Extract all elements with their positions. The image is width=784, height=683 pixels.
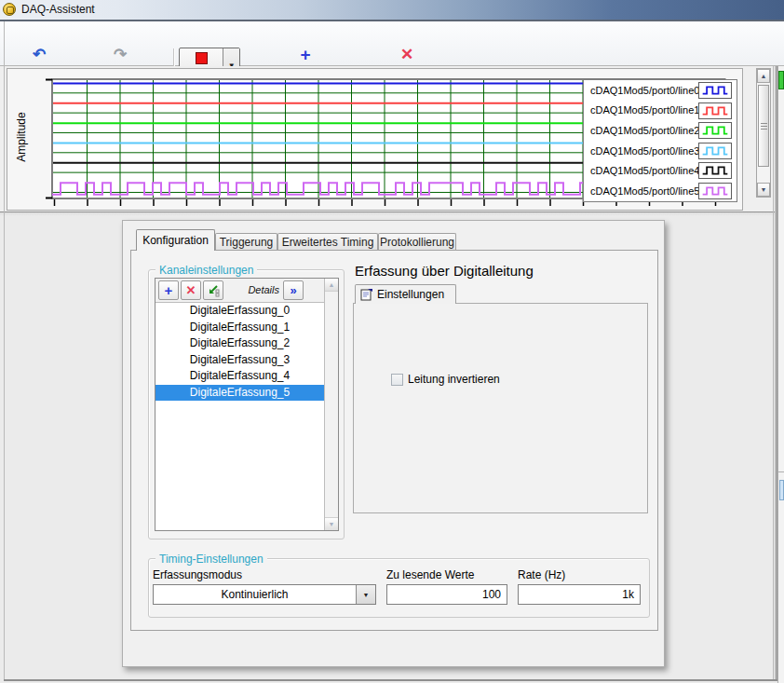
list-item-digitaleerfassung_1[interactable]: DigitaleErfassung_1 xyxy=(155,320,324,336)
daq-assistant-app-icon xyxy=(3,3,16,16)
legend-item[interactable]: cDAQ1Mod5/port0/line3 xyxy=(584,141,737,161)
legend-channel-name: cDAQ1Mod5/port0/line1 xyxy=(590,104,699,116)
scroll-down-button[interactable]: ▼ xyxy=(325,517,338,530)
legend-channel-name: cDAQ1Mod5/port0/line2 xyxy=(590,125,699,136)
configuration-panel: ProtokollierungErweitertes TimingTrigger… xyxy=(122,220,665,667)
scroll-up-button[interactable]: ▲ xyxy=(325,279,338,292)
change-physical-channel-icon xyxy=(207,284,220,297)
plus-icon: + xyxy=(165,282,173,298)
square-wave-icon xyxy=(698,102,732,119)
legend-channel-name: cDAQ1Mod5/port0/line4 xyxy=(590,165,699,176)
waveform-chart-section: Amplitude cDAQ1Mod5/port0/line0cDAQ1Mod5… xyxy=(0,66,778,212)
window-frame-left xyxy=(4,21,5,679)
configuration-section: ProtokollierungErweitertes TimingTrigger… xyxy=(0,216,778,679)
samples-to-read-label: Zu lesende Werte xyxy=(386,568,475,581)
background-window-sliver xyxy=(777,66,784,683)
legend-channel-name: cDAQ1Mod5/port0/line5 xyxy=(590,185,699,197)
channel-list-scrollbar[interactable]: ▲ ▼ xyxy=(324,279,338,530)
square-wave-icon xyxy=(698,162,732,179)
scroll-down-button[interactable]: ▼ xyxy=(757,183,770,197)
down-arrow-icon: ▼ xyxy=(329,521,335,527)
invert-line-label: Leitung invertieren xyxy=(408,373,500,386)
window-border-bottom xyxy=(4,679,777,681)
legend-item[interactable]: cDAQ1Mod5/port0/line5 xyxy=(584,181,737,201)
legend-item[interactable]: cDAQ1Mod5/port0/line1 xyxy=(584,101,737,121)
legend-item[interactable]: cDAQ1Mod5/port0/line4 xyxy=(584,160,737,181)
invert-line-checkbox[interactable] xyxy=(391,374,403,386)
window-frame-right xyxy=(773,66,774,679)
acquisition-mode-label: Erfassungsmodus xyxy=(153,568,242,581)
legend-channel-name: cDAQ1Mod5/port0/line3 xyxy=(590,145,699,157)
rate-value: 1k xyxy=(622,588,634,601)
settings-tab-label: Einstellungen xyxy=(377,288,444,301)
stop-icon xyxy=(196,52,208,64)
configuration-tab-page: Kanaleinstellungen + ✕ xyxy=(130,250,658,631)
details-expand-button[interactable]: » xyxy=(283,280,304,300)
delete-channel-button[interactable]: ✕ xyxy=(181,280,201,300)
undo-icon: ↶ xyxy=(33,47,46,63)
square-wave-icon xyxy=(698,143,732,159)
samples-to-read-value: 100 xyxy=(482,588,501,601)
chart-legend: cDAQ1Mod5/port0/line0cDAQ1Mod5/port0/lin… xyxy=(583,79,737,202)
background-run-button-fragment xyxy=(778,71,784,89)
settings-tab-page: Leitung invertieren xyxy=(353,303,648,513)
scrollbar-thumb[interactable] xyxy=(758,85,769,167)
list-item-digitaleerfassung_2[interactable]: DigitaleErfassung_2 xyxy=(155,335,324,352)
title-bar[interactable]: DAQ-Assistent xyxy=(0,0,784,20)
daq-assistant-window: DAQ-Assistent ↶ Rückgängig ↷ Wiederherst… xyxy=(0,0,784,683)
change-physical-channel-button[interactable] xyxy=(203,280,223,300)
chevron-down-icon: ▼ xyxy=(363,592,370,598)
redo-icon: ↷ xyxy=(114,47,127,63)
legend-item[interactable]: cDAQ1Mod5/port0/line0 xyxy=(584,80,737,101)
window-title: DAQ-Assistent xyxy=(21,0,95,20)
tab-protokollierung[interactable]: Protokollierung xyxy=(378,233,456,251)
scroll-up-button[interactable]: ▲ xyxy=(757,69,770,83)
list-item-digitaleerfassung_0[interactable]: DigitaleErfassung_0 xyxy=(155,303,324,320)
up-arrow-icon: ▲ xyxy=(329,281,335,288)
legend-item[interactable]: cDAQ1Mod5/port0/line2 xyxy=(584,120,737,141)
cross-icon: ✕ xyxy=(400,47,413,63)
tab-triggerung[interactable]: Triggerung xyxy=(215,233,277,251)
background-window-divider xyxy=(778,471,784,472)
chevrons-right-icon: » xyxy=(290,286,296,295)
legend-channel-name: cDAQ1Mod5/port0/line0 xyxy=(590,85,699,96)
acquisition-mode-combobox[interactable]: Kontinuierlich ▼ xyxy=(153,584,376,605)
channel-list-frame: + ✕ Details xyxy=(155,278,339,531)
list-item-digitaleerfassung_4[interactable]: DigitaleErfassung_4 xyxy=(155,368,324,385)
main-toolbar: ↶ Rückgängig ↷ Wiederherstellen Stopp ▼ … xyxy=(0,21,784,66)
details-label: Details xyxy=(248,284,279,295)
channel-list: DigitaleErfassung_0DigitaleErfassung_1Di… xyxy=(155,303,324,530)
timing-settings-group-label: Timing-Einstellungen xyxy=(155,553,267,566)
settings-tab[interactable]: Einstellungen xyxy=(355,284,456,304)
rate-input[interactable]: 1k xyxy=(518,584,641,605)
plus-icon: + xyxy=(300,47,310,63)
waveform-chart-panel: Amplitude cDAQ1Mod5/port0/line0cDAQ1Mod5… xyxy=(7,68,743,211)
acquisition-mode-value: Kontinuierlich xyxy=(154,585,356,604)
tab-konfiguration[interactable]: Konfiguration xyxy=(136,229,215,251)
list-item-digitaleerfassung_3[interactable]: DigitaleErfassung_3 xyxy=(155,352,324,369)
combobox-dropdown-button[interactable]: ▼ xyxy=(356,585,375,604)
rate-label: Rate (Hz) xyxy=(518,568,565,581)
samples-to-read-input[interactable]: 100 xyxy=(386,584,507,605)
square-wave-icon xyxy=(698,183,732,199)
list-item-digitaleerfassung_5[interactable]: DigitaleErfassung_5 xyxy=(155,385,324,402)
measurement-type-heading: Erfassung über Digitalleitung xyxy=(355,263,534,279)
tab-erweitertes-timing[interactable]: Erweitertes Timing xyxy=(277,233,378,251)
chart-vertical-scrollbar[interactable]: ▲ ▼ xyxy=(756,68,771,198)
square-wave-icon xyxy=(698,122,732,139)
square-wave-icon xyxy=(698,82,732,99)
channel-list-toolbar: + ✕ Details xyxy=(155,279,324,303)
settings-form-icon xyxy=(360,288,373,301)
channel-settings-group-label: Kanaleinstellungen xyxy=(155,264,257,277)
background-scrollbar-fragment xyxy=(779,480,784,500)
add-channel-button[interactable]: + xyxy=(158,280,179,300)
down-arrow-icon: ▼ xyxy=(761,186,767,193)
up-arrow-icon: ▲ xyxy=(761,73,767,79)
cross-icon: ✕ xyxy=(186,283,196,297)
